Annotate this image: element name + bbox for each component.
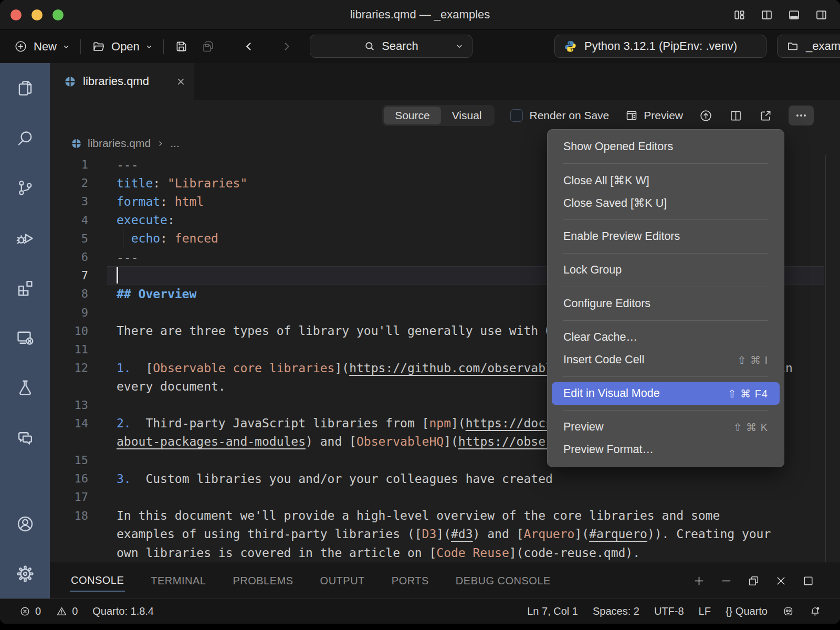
breadcrumb-file[interactable]: libraries.qmd [88,137,151,150]
activity-sessions-icon[interactable] [0,312,50,362]
search-box[interactable]: Search [310,35,472,58]
close-window-button[interactable] [10,9,22,20]
activity-testing-icon[interactable] [0,362,50,412]
toggle-panel-icon[interactable] [787,8,801,22]
toolbar-separator [80,39,81,54]
panel-maximize-icon[interactable] [802,574,815,587]
status-item[interactable] [809,605,821,617]
chevron-down-icon [145,43,153,50]
activity-comments-icon[interactable] [0,412,50,462]
panel-tab-terminal[interactable]: TERMINAL [150,571,207,591]
panel-restore-icon[interactable] [747,574,760,587]
line-number: 15 [50,454,88,467]
split-editor-layout-icon[interactable] [760,8,774,22]
status-item[interactable]: 0 [19,605,41,617]
chevron-down-icon[interactable] [455,42,464,50]
search-icon [364,40,375,52]
workspace-selector[interactable]: _examples [777,35,840,58]
breadcrumb-more[interactable]: ... [170,137,180,150]
save-icon[interactable] [174,39,188,54]
activity-files-icon[interactable] [0,63,50,113]
tab-libraries-qmd[interactable]: libraries.qmd [50,63,194,100]
preview-icon [625,109,638,122]
bottom-panel: CONSOLETERMINALPROBLEMSOUTPUTPORTSDEBUG … [50,562,840,598]
code-line[interactable]: examples of using third-party libraries … [50,525,840,543]
navigate-forward-icon[interactable] [280,40,293,53]
menu-item-close-saved-k-u[interactable]: Close Saved [⌘K U] [552,192,780,214]
panel-tab-output[interactable]: OUTPUT [319,571,366,591]
status-item[interactable]: 0 [56,605,78,617]
activity-bar [0,63,50,598]
code-line[interactable]: own libraries is covered in the article … [50,543,840,562]
status-bar: 00Quarto: 1.8.4 Ln 7, Col 1Spaces: 2UTF-… [0,598,840,624]
status-item[interactable] [782,605,794,617]
activity-account-icon[interactable] [0,499,50,549]
menu-shortcut: ⇧ ⌘ F4 [728,387,768,400]
panel-tab-debug-console[interactable]: DEBUG CONSOLE [455,571,552,591]
bell-dot-icon [809,605,821,617]
source-mode-button[interactable]: Source [384,107,441,124]
status-item[interactable]: Spaces: 2 [593,605,639,617]
code-line[interactable]: 17 [50,488,840,506]
line-number: 4 [50,214,88,227]
menu-item-edit-in-visual-mode[interactable]: Edit in Visual Mode⇧ ⌘ F4 [552,382,780,405]
activity-debug-icon[interactable] [0,213,50,262]
menu-item-show-opened-editors[interactable]: Show Opened Editors [552,135,780,158]
navigate-back-icon[interactable] [243,40,256,53]
menu-separator [563,163,768,164]
activity-source-control-icon[interactable] [0,163,50,213]
menu-shortcut: ⇧ ⌘ K [733,421,768,434]
activity-search-icon[interactable] [0,113,50,163]
toggle-secondary-sidebar-icon[interactable] [814,8,828,22]
publish-icon[interactable] [699,109,713,123]
activity-settings-icon[interactable] [0,549,50,598]
panel-tab-console[interactable]: CONSOLE [70,570,125,592]
status-item[interactable]: {} Quarto [726,605,768,617]
folder-open-icon [91,39,106,54]
panel-tab-ports[interactable]: PORTS [391,571,430,591]
new-file-button[interactable]: New [14,39,70,54]
editor-action-bar: Source Visual Render on Save Preview [50,100,840,131]
panel-close-icon[interactable] [774,574,788,587]
status-item[interactable]: Quarto: 1.8.4 [92,605,154,617]
editor-scrollbar[interactable] [825,155,826,562]
status-item[interactable]: LF [699,605,711,617]
panel-plus-icon[interactable] [692,574,706,587]
minimize-window-button[interactable] [32,9,43,20]
chevron-down-icon [62,43,70,50]
line-number: 5 [50,232,88,245]
preview-button[interactable]: Preview [625,109,683,122]
panel-dash-icon[interactable] [720,574,733,587]
zoom-window-button[interactable] [52,9,64,20]
menu-separator [563,376,768,377]
status-item[interactable]: Ln 7, Col 1 [527,605,578,617]
menu-item-enable-preview-editors[interactable]: Enable Preview Editors [552,225,780,248]
menu-item-close-all-k-w[interactable]: Close All [⌘K W] [552,169,780,192]
status-item[interactable]: UTF-8 [654,605,684,617]
open-in-new-window-icon[interactable] [759,109,773,123]
activity-extensions-icon[interactable] [0,262,50,312]
preview-label: Preview [644,109,683,122]
interpreter-selector[interactable]: Python 3.12.1 (PipEnv: .venv) [554,35,766,58]
render-on-save-checkbox[interactable] [510,109,523,122]
menu-item-insert-code-cell[interactable]: Insert Code Cell⇧ ⌘ I [552,349,780,371]
menu-item-lock-group[interactable]: Lock Group [552,259,780,281]
visual-mode-button[interactable]: Visual [441,107,493,124]
open-button[interactable]: Open [91,39,153,54]
menu-item-preview[interactable]: Preview⇧ ⌘ K [552,416,780,438]
top-action-bar: New Open [0,30,840,64]
menu-item-clear-cache[interactable]: Clear Cache… [552,326,780,349]
traffic-lights [10,0,64,29]
code-line[interactable]: 163. Custom libraries you and/or your co… [50,469,840,488]
line-number: 12 [50,361,88,374]
close-tab-icon[interactable] [176,77,186,87]
panel-tab-problems[interactable]: PROBLEMS [232,571,294,591]
more-actions-button[interactable] [789,106,814,125]
code-line[interactable]: 18In this document we'll provide a high-… [50,507,840,525]
split-editor-icon[interactable] [729,109,743,123]
customize-layout-icon[interactable] [732,8,747,22]
menu-item-configure-editors[interactable]: Configure Editors [552,292,780,315]
menu-separator [563,287,768,287]
save-all-icon[interactable] [201,39,215,54]
menu-item-preview-format[interactable]: Preview Format… [552,438,780,461]
